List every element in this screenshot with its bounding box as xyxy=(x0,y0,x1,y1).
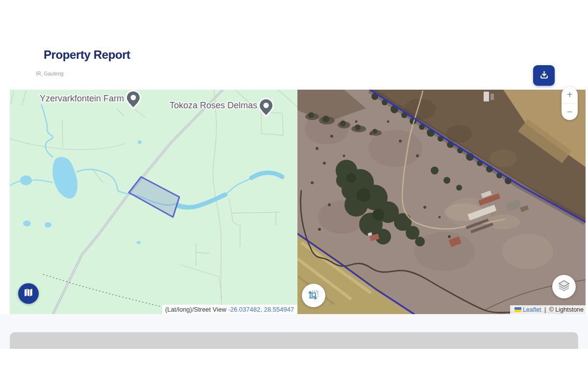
map-icon xyxy=(23,287,34,300)
section-header-bar xyxy=(10,332,578,349)
layers-icon xyxy=(558,279,570,294)
capture-area-button[interactable] xyxy=(302,284,325,307)
zoom-out-button[interactable]: − xyxy=(562,103,578,121)
page-title: Property Report xyxy=(44,48,130,62)
map-container: Yzervarkfontein Farm Tokoza Roses Delmas xyxy=(10,90,586,314)
latlong-label: (Lat/long)/Street View xyxy=(165,306,226,313)
layers-button[interactable] xyxy=(552,275,576,298)
page-subtitle: IR, Gauteng xyxy=(36,71,64,76)
download-report-button[interactable] xyxy=(533,65,555,86)
zoom-control: + − xyxy=(562,87,578,120)
attribution-copyright: © Lightstone xyxy=(549,306,584,313)
crop-capture-icon xyxy=(308,289,319,302)
map-attribution: Leaflet | © Lightstone xyxy=(510,305,586,314)
latlong-coordinates-link[interactable]: -26.037482, 28.554947 xyxy=(228,306,294,313)
leaflet-link[interactable]: Leaflet xyxy=(523,306,541,313)
attribution-separator: | xyxy=(542,306,547,313)
latlong-bar: (Lat/long)/Street View -26.037482, 28.55… xyxy=(162,305,297,314)
zoom-in-button[interactable]: + xyxy=(562,87,578,103)
map-label: Tokoza Roses Delmas xyxy=(170,100,257,110)
map-toggle-button[interactable] xyxy=(18,283,39,304)
download-icon xyxy=(539,71,549,81)
ukraine-flag-icon xyxy=(514,307,521,312)
map-label: Yzervarkfontein Farm xyxy=(40,94,124,103)
street-map-panel[interactable]: Yzervarkfontein Farm Tokoza Roses Delmas xyxy=(10,90,297,314)
satellite-map-panel[interactable] xyxy=(297,90,586,314)
